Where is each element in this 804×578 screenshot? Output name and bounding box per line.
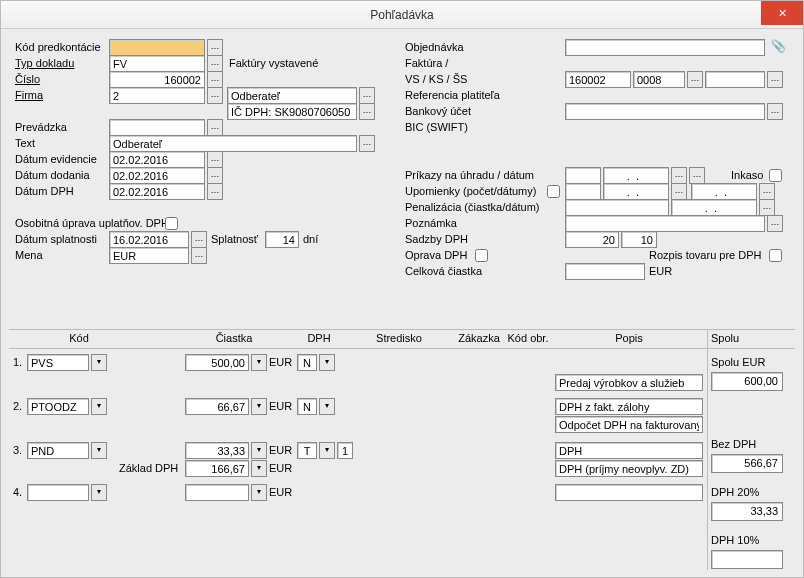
splatnost-dni-input[interactable] bbox=[265, 231, 299, 248]
row3-num: 3. bbox=[13, 444, 22, 456]
rozpis-checkbox[interactable] bbox=[769, 249, 782, 262]
row4-ciastka[interactable] bbox=[185, 484, 249, 501]
bankovy-ucet-lookup[interactable] bbox=[767, 103, 783, 120]
cislo-lookup[interactable] bbox=[207, 71, 223, 88]
upomienky-date2-input[interactable] bbox=[691, 183, 757, 200]
penalizacia-date-input[interactable] bbox=[671, 199, 757, 216]
icdph-input[interactable] bbox=[227, 103, 357, 120]
sadzba1-input[interactable] bbox=[565, 231, 619, 248]
upomienky-cal2[interactable] bbox=[759, 183, 775, 200]
row2-dph-lookup[interactable] bbox=[319, 398, 335, 415]
inkaso-checkbox[interactable] bbox=[769, 169, 782, 182]
label-celkova: Celková čiastka bbox=[405, 265, 482, 277]
close-button[interactable]: ✕ bbox=[761, 1, 803, 25]
kod-predkontacie-input[interactable] bbox=[109, 39, 205, 56]
row1-dph[interactable] bbox=[297, 354, 317, 371]
row3-popis[interactable] bbox=[555, 442, 703, 459]
prikazy-date-input[interactable] bbox=[603, 167, 669, 184]
datum-evidencie-input[interactable] bbox=[109, 151, 205, 168]
row3-dph-extra[interactable] bbox=[337, 442, 353, 459]
ks-input[interactable] bbox=[633, 71, 685, 88]
row1-dph-lookup[interactable] bbox=[319, 354, 335, 371]
sadzba2-input[interactable] bbox=[621, 231, 657, 248]
row1-ciastka-cur[interactable] bbox=[251, 354, 267, 371]
firma-input[interactable] bbox=[109, 87, 205, 104]
row2-ciastka-cur[interactable] bbox=[251, 398, 267, 415]
vs-input[interactable] bbox=[565, 71, 631, 88]
row2-dph[interactable] bbox=[297, 398, 317, 415]
prevadzka-input[interactable] bbox=[109, 119, 205, 136]
zaklad-ciastka[interactable] bbox=[185, 460, 249, 477]
row3-dph[interactable] bbox=[297, 442, 317, 459]
ss-lookup[interactable] bbox=[767, 71, 783, 88]
mena-lookup[interactable] bbox=[191, 247, 207, 264]
poznamka-lookup[interactable] bbox=[767, 215, 783, 232]
bez-dph-value: 566,67 bbox=[711, 454, 783, 473]
ss-input[interactable] bbox=[705, 71, 765, 88]
label-upomienky: Upomienky (počet/dátumy) bbox=[405, 185, 536, 197]
upomienky-cal[interactable] bbox=[671, 183, 687, 200]
prevadzka-lookup[interactable] bbox=[207, 119, 223, 136]
bankovy-ucet-input[interactable] bbox=[565, 103, 765, 120]
attach-icon[interactable]: 📎 bbox=[771, 39, 785, 53]
oprava-dph-checkbox[interactable] bbox=[475, 249, 488, 262]
datum-splatnosti-input[interactable] bbox=[109, 231, 189, 248]
zaklad-cur-lookup[interactable] bbox=[251, 460, 267, 477]
upomienky-date-input[interactable] bbox=[603, 183, 669, 200]
upomienky-checkbox[interactable] bbox=[547, 185, 560, 198]
mena-input[interactable] bbox=[109, 247, 189, 264]
row2-kod[interactable] bbox=[27, 398, 89, 415]
datum-dodania-cal[interactable] bbox=[207, 167, 223, 184]
text-input[interactable] bbox=[109, 135, 357, 152]
row1-popis[interactable] bbox=[555, 374, 703, 391]
col-kod: Kód bbox=[49, 332, 109, 344]
icdph-lookup[interactable] bbox=[359, 103, 375, 120]
ks-lookup[interactable] bbox=[687, 71, 703, 88]
objednavka-input[interactable] bbox=[565, 39, 765, 56]
row3-ciastka-cur[interactable] bbox=[251, 442, 267, 459]
prikazy-extra[interactable] bbox=[689, 167, 705, 184]
label-zaklad-dph: Základ DPH bbox=[119, 462, 178, 474]
row3-kod[interactable] bbox=[27, 442, 89, 459]
penalizacia-amount-input[interactable] bbox=[565, 199, 669, 216]
label-cislo: Číslo bbox=[15, 73, 40, 85]
spolu-eur-value: 600,00 bbox=[711, 372, 783, 391]
row4-kod[interactable] bbox=[27, 484, 89, 501]
row2-popis[interactable] bbox=[555, 398, 703, 415]
row1-ciastka[interactable] bbox=[185, 354, 249, 371]
firma-desc-lookup[interactable] bbox=[359, 87, 375, 104]
prikazy-date-cal[interactable] bbox=[671, 167, 687, 184]
poznamka-input[interactable] bbox=[565, 215, 765, 232]
row2-kod-lookup[interactable] bbox=[91, 398, 107, 415]
row1-kod-lookup[interactable] bbox=[91, 354, 107, 371]
label-spolu-eur: Spolu EUR bbox=[711, 356, 765, 368]
datum-dph-cal[interactable] bbox=[207, 183, 223, 200]
cislo-input[interactable] bbox=[109, 71, 205, 88]
typ-dokladu-input[interactable] bbox=[109, 55, 205, 72]
datum-dodania-input[interactable] bbox=[109, 167, 205, 184]
text-lookup[interactable] bbox=[359, 135, 375, 152]
upomienky-count-input[interactable] bbox=[565, 183, 601, 200]
celkova-input[interactable] bbox=[565, 263, 645, 280]
label-vs-ks-ss: VS / KS / ŠS bbox=[405, 73, 467, 85]
osobitna-checkbox[interactable] bbox=[165, 217, 178, 230]
row2-popis2[interactable] bbox=[555, 416, 703, 433]
penalizacia-cal[interactable] bbox=[759, 199, 775, 216]
kod-predkontacie-lookup[interactable] bbox=[207, 39, 223, 56]
row4-ciastka-cur[interactable] bbox=[251, 484, 267, 501]
row1-kod[interactable] bbox=[27, 354, 89, 371]
datum-evidencie-cal[interactable] bbox=[207, 151, 223, 168]
row4-kod-lookup[interactable] bbox=[91, 484, 107, 501]
typ-dokladu-lookup[interactable] bbox=[207, 55, 223, 72]
datum-dph-input[interactable] bbox=[109, 183, 205, 200]
prikazy-count-input[interactable] bbox=[565, 167, 601, 184]
zaklad-popis[interactable] bbox=[555, 460, 703, 477]
firma-lookup[interactable] bbox=[207, 87, 223, 104]
row3-ciastka[interactable] bbox=[185, 442, 249, 459]
datum-splatnosti-cal[interactable] bbox=[191, 231, 207, 248]
firma-desc-input[interactable] bbox=[227, 87, 357, 104]
row2-ciastka[interactable] bbox=[185, 398, 249, 415]
row3-dph-lookup[interactable] bbox=[319, 442, 335, 459]
row3-kod-lookup[interactable] bbox=[91, 442, 107, 459]
row4-popis[interactable] bbox=[555, 484, 703, 501]
